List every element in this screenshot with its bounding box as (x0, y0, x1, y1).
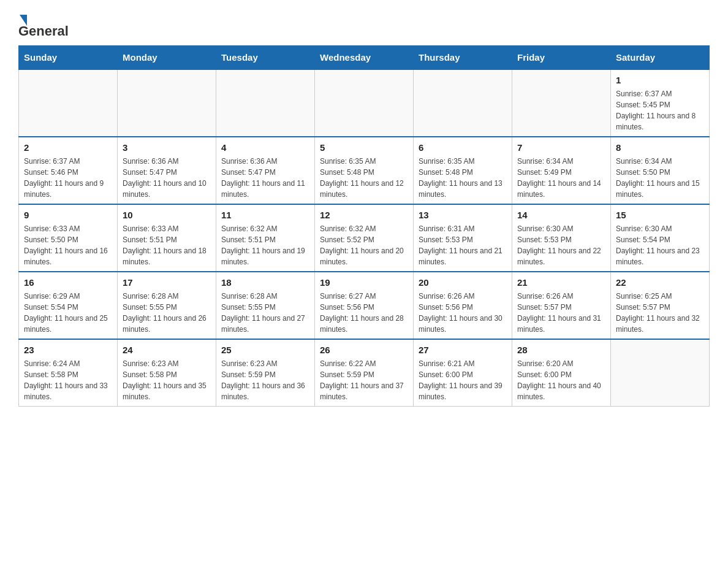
logo: General (18, 12, 70, 39)
calendar-day-cell (315, 69, 414, 137)
calendar-day-cell: 23Sunrise: 6:24 AMSunset: 5:58 PMDayligh… (19, 339, 118, 407)
calendar-header-monday: Monday (118, 46, 216, 70)
page-header: General (18, 12, 710, 39)
day-info: Sunrise: 6:29 AMSunset: 5:54 PMDaylight:… (24, 291, 112, 335)
calendar-day-cell: 19Sunrise: 6:27 AMSunset: 5:56 PMDayligh… (315, 272, 414, 339)
day-info: Sunrise: 6:31 AMSunset: 5:53 PMDaylight:… (419, 223, 507, 267)
calendar-day-cell (512, 69, 611, 137)
day-number: 9 (24, 209, 112, 221)
calendar-day-cell: 3Sunrise: 6:36 AMSunset: 5:47 PMDaylight… (118, 137, 216, 204)
day-number: 27 (419, 343, 507, 356)
day-number: 2 (24, 141, 112, 154)
calendar-day-cell: 5Sunrise: 6:35 AMSunset: 5:48 PMDaylight… (315, 137, 414, 204)
day-number: 18 (221, 276, 309, 289)
day-number: 28 (517, 343, 605, 356)
day-number: 19 (320, 276, 408, 289)
day-info: Sunrise: 6:20 AMSunset: 6:00 PMDaylight:… (517, 358, 605, 402)
calendar-day-cell: 15Sunrise: 6:30 AMSunset: 5:54 PMDayligh… (611, 204, 710, 272)
calendar-day-cell (216, 69, 315, 137)
day-number: 3 (123, 141, 211, 154)
calendar-day-cell (118, 69, 216, 137)
day-number: 17 (123, 276, 211, 289)
calendar-day-cell: 11Sunrise: 6:32 AMSunset: 5:51 PMDayligh… (216, 204, 315, 272)
day-info: Sunrise: 6:21 AMSunset: 6:00 PMDaylight:… (419, 358, 507, 402)
day-number: 13 (419, 209, 507, 221)
day-info: Sunrise: 6:22 AMSunset: 5:59 PMDaylight:… (320, 358, 408, 402)
calendar-week-row: 9Sunrise: 6:33 AMSunset: 5:50 PMDaylight… (19, 204, 710, 272)
calendar-week-row: 23Sunrise: 6:24 AMSunset: 5:58 PMDayligh… (19, 339, 710, 407)
day-number: 8 (616, 141, 704, 154)
calendar-week-row: 2Sunrise: 6:37 AMSunset: 5:46 PMDaylight… (19, 137, 710, 204)
calendar-header-row: SundayMondayTuesdayWednesdayThursdayFrid… (19, 46, 710, 70)
calendar-day-cell (414, 69, 512, 137)
day-info: Sunrise: 6:37 AMSunset: 5:45 PMDaylight:… (616, 88, 704, 132)
calendar-day-cell: 9Sunrise: 6:33 AMSunset: 5:50 PMDaylight… (19, 204, 118, 272)
day-info: Sunrise: 6:24 AMSunset: 5:58 PMDaylight:… (24, 358, 112, 402)
day-number: 4 (221, 141, 309, 154)
calendar-week-row: 1Sunrise: 6:37 AMSunset: 5:45 PMDaylight… (19, 69, 710, 137)
calendar-day-cell: 10Sunrise: 6:33 AMSunset: 5:51 PMDayligh… (118, 204, 216, 272)
calendar-day-cell: 24Sunrise: 6:23 AMSunset: 5:58 PMDayligh… (118, 339, 216, 407)
day-info: Sunrise: 6:33 AMSunset: 5:51 PMDaylight:… (123, 223, 211, 267)
calendar-day-cell: 25Sunrise: 6:23 AMSunset: 5:59 PMDayligh… (216, 339, 315, 407)
logo-general-bottom: General (18, 23, 69, 39)
calendar-day-cell: 26Sunrise: 6:22 AMSunset: 5:59 PMDayligh… (315, 339, 414, 407)
day-info: Sunrise: 6:27 AMSunset: 5:56 PMDaylight:… (320, 291, 408, 335)
day-info: Sunrise: 6:30 AMSunset: 5:53 PMDaylight:… (517, 223, 605, 267)
day-info: Sunrise: 6:35 AMSunset: 5:48 PMDaylight:… (320, 156, 408, 200)
day-info: Sunrise: 6:34 AMSunset: 5:49 PMDaylight:… (517, 156, 605, 200)
day-number: 21 (517, 276, 605, 289)
day-number: 11 (221, 209, 309, 221)
calendar-day-cell: 28Sunrise: 6:20 AMSunset: 6:00 PMDayligh… (512, 339, 611, 407)
day-info: Sunrise: 6:28 AMSunset: 5:55 PMDaylight:… (123, 291, 211, 335)
calendar-table: SundayMondayTuesdayWednesdayThursdayFrid… (18, 45, 710, 407)
calendar-day-cell: 8Sunrise: 6:34 AMSunset: 5:50 PMDaylight… (611, 137, 710, 204)
calendar-day-cell: 14Sunrise: 6:30 AMSunset: 5:53 PMDayligh… (512, 204, 611, 272)
calendar-day-cell: 16Sunrise: 6:29 AMSunset: 5:54 PMDayligh… (19, 272, 118, 339)
calendar-day-cell: 17Sunrise: 6:28 AMSunset: 5:55 PMDayligh… (118, 272, 216, 339)
day-info: Sunrise: 6:26 AMSunset: 5:57 PMDaylight:… (517, 291, 605, 335)
day-number: 26 (320, 343, 408, 356)
calendar-day-cell: 20Sunrise: 6:26 AMSunset: 5:56 PMDayligh… (414, 272, 512, 339)
day-info: Sunrise: 6:32 AMSunset: 5:51 PMDaylight:… (221, 223, 309, 267)
day-number: 25 (221, 343, 309, 356)
day-number: 12 (320, 209, 408, 221)
calendar-week-row: 16Sunrise: 6:29 AMSunset: 5:54 PMDayligh… (19, 272, 710, 339)
day-number: 6 (419, 141, 507, 154)
calendar-header-thursday: Thursday (414, 46, 512, 70)
day-info: Sunrise: 6:36 AMSunset: 5:47 PMDaylight:… (123, 156, 211, 200)
calendar-day-cell: 18Sunrise: 6:28 AMSunset: 5:55 PMDayligh… (216, 272, 315, 339)
day-number: 24 (123, 343, 211, 356)
calendar-day-cell: 21Sunrise: 6:26 AMSunset: 5:57 PMDayligh… (512, 272, 611, 339)
day-info: Sunrise: 6:23 AMSunset: 5:59 PMDaylight:… (221, 358, 309, 402)
day-number: 1 (616, 74, 704, 86)
calendar-day-cell: 22Sunrise: 6:25 AMSunset: 5:57 PMDayligh… (611, 272, 710, 339)
calendar-header-friday: Friday (512, 46, 611, 70)
day-info: Sunrise: 6:28 AMSunset: 5:55 PMDaylight:… (221, 291, 309, 335)
calendar-day-cell: 13Sunrise: 6:31 AMSunset: 5:53 PMDayligh… (414, 204, 512, 272)
calendar-day-cell: 6Sunrise: 6:35 AMSunset: 5:48 PMDaylight… (414, 137, 512, 204)
calendar-header-wednesday: Wednesday (315, 46, 414, 70)
calendar-day-cell: 2Sunrise: 6:37 AMSunset: 5:46 PMDaylight… (19, 137, 118, 204)
day-number: 7 (517, 141, 605, 154)
calendar-day-cell: 27Sunrise: 6:21 AMSunset: 6:00 PMDayligh… (414, 339, 512, 407)
day-info: Sunrise: 6:25 AMSunset: 5:57 PMDaylight:… (616, 291, 704, 335)
calendar-day-cell: 1Sunrise: 6:37 AMSunset: 5:45 PMDaylight… (611, 69, 710, 137)
day-number: 20 (419, 276, 507, 289)
day-number: 16 (24, 276, 112, 289)
calendar-header-tuesday: Tuesday (216, 46, 315, 70)
day-info: Sunrise: 6:35 AMSunset: 5:48 PMDaylight:… (419, 156, 507, 200)
calendar-header-sunday: Sunday (19, 46, 118, 70)
calendar-day-cell (611, 339, 710, 407)
day-number: 10 (123, 209, 211, 221)
day-info: Sunrise: 6:36 AMSunset: 5:47 PMDaylight:… (221, 156, 309, 200)
day-info: Sunrise: 6:32 AMSunset: 5:52 PMDaylight:… (320, 223, 408, 267)
calendar-day-cell: 7Sunrise: 6:34 AMSunset: 5:49 PMDaylight… (512, 137, 611, 204)
day-number: 14 (517, 209, 605, 221)
calendar-day-cell: 4Sunrise: 6:36 AMSunset: 5:47 PMDaylight… (216, 137, 315, 204)
day-number: 22 (616, 276, 704, 289)
day-number: 5 (320, 141, 408, 154)
day-info: Sunrise: 6:33 AMSunset: 5:50 PMDaylight:… (24, 223, 112, 267)
day-info: Sunrise: 6:26 AMSunset: 5:56 PMDaylight:… (419, 291, 507, 335)
day-info: Sunrise: 6:34 AMSunset: 5:50 PMDaylight:… (616, 156, 704, 200)
